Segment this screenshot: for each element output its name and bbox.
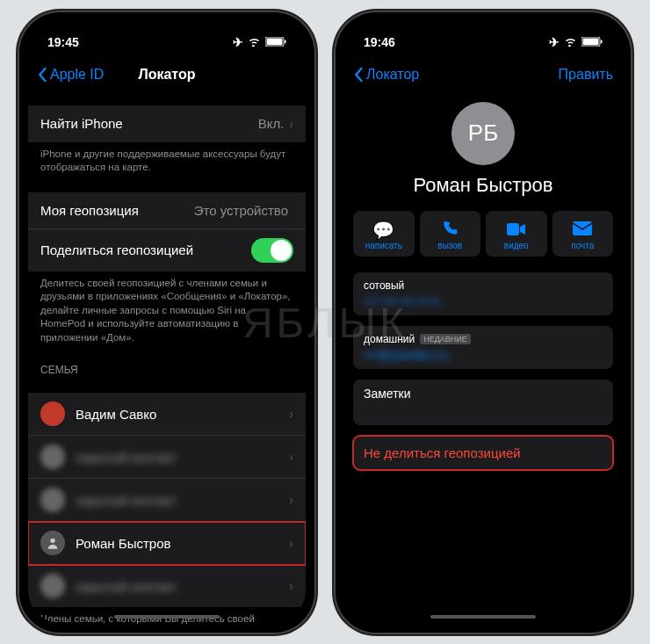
svg-rect-6 [601, 40, 603, 43]
person-cell[interactable]: скрытый контакт› [28, 565, 306, 607]
mail-button[interactable]: почта [552, 211, 614, 257]
action-label: вызов [420, 241, 481, 250]
battery-icon [581, 35, 603, 49]
avatar [40, 531, 65, 555]
svg-rect-5 [583, 38, 599, 45]
message-button[interactable]: 💬 написать [353, 211, 415, 257]
contact-header: РБ Роман Быстров [344, 93, 622, 211]
avatar [40, 445, 65, 469]
notes-field[interactable]: Заметки [353, 380, 613, 425]
person-cell[interactable]: скрытый контакт› [28, 436, 306, 479]
contact-name: Роман Быстров [344, 174, 622, 197]
mail-icon [552, 220, 614, 239]
person-name: скрытый контакт [76, 493, 289, 508]
notch [101, 21, 233, 44]
recent-badge: НЕДАВНИЕ [420, 334, 471, 344]
action-label: написать [353, 241, 415, 250]
share-toggle[interactable] [251, 238, 293, 263]
person-name: скрытый контакт [76, 579, 289, 594]
find-iphone-cell[interactable]: Найти iPhone Вкл. › [28, 105, 306, 142]
back-label: Локатор [366, 67, 419, 83]
status-time: 19:45 [47, 35, 79, 49]
footer-text: Делитесь своей геопозицией с членами сем… [28, 271, 306, 351]
person-name: Роман Быстров [76, 536, 289, 551]
action-label: видео [486, 241, 547, 250]
video-button[interactable]: видео [486, 211, 547, 257]
cell-label: Моя геопозиция [40, 203, 194, 218]
email-value: •••@yandex.ru [364, 347, 603, 362]
field-label: сотовый [364, 279, 603, 292]
call-button[interactable]: вызов [420, 211, 481, 257]
video-icon [486, 220, 547, 239]
phone-left: 19:45 ✈ Apple ID Локатор Найти iPhone Вк… [18, 11, 316, 634]
status-time: 19:46 [364, 35, 395, 49]
svg-rect-1 [267, 38, 283, 45]
page-title: Локатор [138, 67, 195, 83]
battery-icon [265, 35, 286, 49]
person-cell[interactable]: Роман Быстров› [28, 522, 306, 565]
svg-rect-7 [507, 223, 519, 235]
back-button[interactable]: Локатор [353, 67, 419, 83]
mobile-field[interactable]: сотовый +7 ••• ••• •• •• [353, 272, 613, 315]
back-button[interactable]: Apple ID [37, 67, 104, 83]
svg-rect-8 [573, 221, 592, 235]
cell-value: Вкл. [258, 116, 285, 131]
chevron-right-icon: › [289, 117, 293, 131]
mobile-value: +7 ••• ••• •• •• [364, 293, 603, 308]
chevron-right-icon: › [289, 407, 293, 421]
home-indicator[interactable] [114, 615, 220, 619]
field-label: домашний [364, 333, 415, 345]
share-location-cell: Поделиться геопозицией [28, 229, 306, 271]
home-indicator[interactable] [430, 615, 536, 619]
avatar [40, 574, 65, 598]
person-cell[interactable]: скрытый контакт› [28, 479, 306, 522]
edit-button[interactable]: Править [559, 67, 613, 83]
phone-icon [420, 220, 481, 239]
chevron-right-icon: › [289, 579, 293, 593]
avatar [40, 402, 65, 426]
airplane-icon: ✈ [233, 35, 243, 49]
my-location-cell[interactable]: Моя геопозиция Это устройство [28, 192, 306, 229]
stop-sharing-label: Не делиться геопозицией [364, 445, 521, 460]
chevron-right-icon: › [289, 536, 293, 550]
notch [417, 21, 549, 44]
cell-label: Поделиться геопозицией [40, 242, 251, 257]
person-name: скрытый контакт [76, 450, 289, 465]
wifi-icon [248, 35, 261, 49]
person-name: Вадим Савко [76, 407, 289, 422]
avatar [40, 488, 65, 512]
airplane-icon: ✈ [549, 35, 560, 49]
contact-avatar: РБ [451, 102, 515, 165]
action-label: почта [552, 241, 614, 250]
svg-point-3 [50, 539, 54, 543]
message-icon: 💬 [353, 220, 415, 239]
person-cell[interactable]: Вадим Савко› [28, 393, 306, 436]
family-header: СЕМЬЯ [28, 350, 306, 380]
field-label: Заметки [364, 387, 411, 401]
nav-bar: Локатор Править [344, 56, 622, 93]
wifi-icon [564, 35, 577, 49]
cell-label: Найти iPhone [40, 116, 258, 131]
home-email-field[interactable]: домашний НЕДАВНИЕ •••@yandex.ru [353, 326, 613, 369]
phone-right: 19:46 ✈ Локатор Править РБ Роман Быстров… [334, 11, 632, 634]
footer-text: iPhone и другие поддерживаемые аксессуар… [28, 142, 306, 180]
svg-rect-2 [285, 40, 286, 43]
back-label: Apple ID [50, 67, 104, 83]
nav-bar: Apple ID Локатор [28, 56, 306, 93]
stop-sharing-button[interactable]: Не делиться геопозицией [353, 436, 613, 470]
chevron-right-icon: › [289, 493, 293, 507]
chevron-right-icon: › [289, 450, 293, 464]
cell-value: Это устройство [194, 203, 288, 218]
